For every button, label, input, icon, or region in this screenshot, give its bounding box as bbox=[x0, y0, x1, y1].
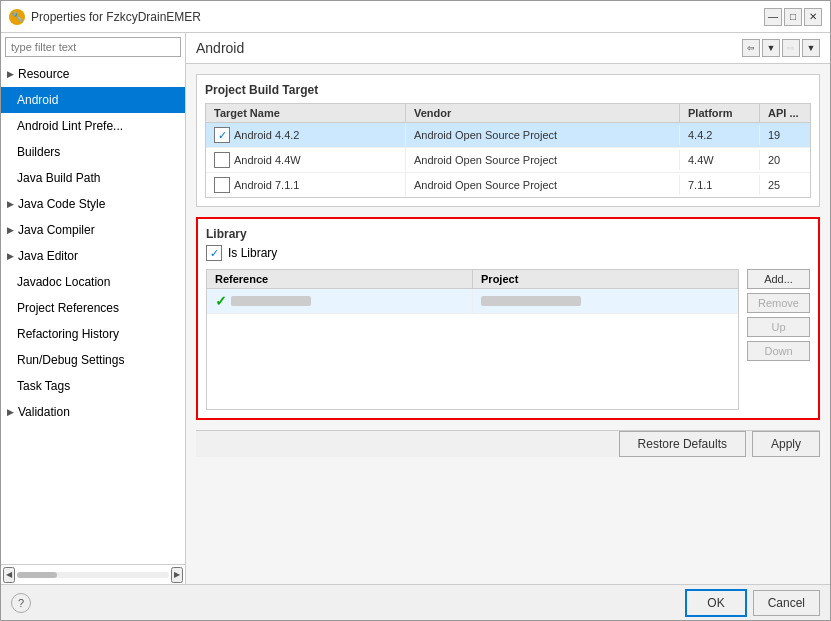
remove-button[interactable]: Remove bbox=[747, 293, 810, 313]
panel: Android ⇦ ▼ ⇨ ▼ Project Build Target Tar… bbox=[186, 33, 830, 584]
title-bar-left: 🔧 Properties for FzkcyDrainEMER bbox=[9, 9, 201, 25]
td-target-1: Android 4.4.2 bbox=[206, 123, 406, 147]
scroll-left-button[interactable]: ◀ bbox=[3, 567, 15, 583]
sidebar-item-refactoring-history[interactable]: Refactoring History bbox=[1, 321, 185, 347]
title-bar: 🔧 Properties for FzkcyDrainEMER — □ ✕ bbox=[1, 1, 830, 33]
bottom-right: OK Cancel bbox=[685, 589, 820, 617]
up-button[interactable]: Up bbox=[747, 317, 810, 337]
is-library-checkbox[interactable] bbox=[206, 245, 222, 261]
add-button[interactable]: Add... bbox=[747, 269, 810, 289]
td-vendor-2: Android Open Source Project bbox=[406, 150, 680, 170]
window-icon-text: 🔧 bbox=[11, 11, 23, 22]
sidebar-scroll-thumb bbox=[17, 572, 57, 578]
td-api-1: 19 bbox=[760, 125, 810, 145]
table-row[interactable]: Android 4.4W Android Open Source Project… bbox=[206, 148, 810, 173]
sidebar-item-task-tags[interactable]: Task Tags bbox=[1, 373, 185, 399]
sidebar-item-java-compiler[interactable]: ▶ Java Compiler bbox=[1, 217, 185, 243]
panel-nav: ⇦ ▼ ⇨ ▼ bbox=[742, 39, 820, 57]
sidebar-item-javadoc-location[interactable]: Javadoc Location bbox=[1, 269, 185, 295]
panel-body: Project Build Target Target Name Vendor … bbox=[186, 64, 830, 584]
table-row[interactable]: Android 7.1.1 Android Open Source Projec… bbox=[206, 173, 810, 197]
sidebar: ▶ Resource Android Android Lint Prefe...… bbox=[1, 33, 186, 584]
td-platform-3: 7.1.1 bbox=[680, 175, 760, 195]
filter-input[interactable] bbox=[5, 37, 181, 57]
sidebar-item-java-code-style[interactable]: ▶ Java Code Style bbox=[1, 191, 185, 217]
ref-table-body: ✓ bbox=[207, 289, 738, 409]
project-text-blurred bbox=[481, 296, 581, 306]
td-vendor-1: Android Open Source Project bbox=[406, 125, 680, 145]
panel-title: Android bbox=[196, 40, 244, 56]
scroll-right-button[interactable]: ▶ bbox=[171, 567, 183, 583]
main-window: 🔧 Properties for FzkcyDrainEMER — □ ✕ ▶ … bbox=[0, 0, 831, 621]
arrow-icon-5: ▶ bbox=[7, 402, 14, 422]
window-title: Properties for FzkcyDrainEMER bbox=[31, 10, 201, 24]
col-vendor: Vendor bbox=[406, 104, 680, 122]
panel-footer: Restore Defaults Apply bbox=[196, 430, 820, 457]
ref-buttons: Add... Remove Up Down bbox=[747, 269, 810, 410]
sidebar-item-java-build-path[interactable]: Java Build Path bbox=[1, 165, 185, 191]
sidebar-item-validation[interactable]: ▶ Validation bbox=[1, 399, 185, 425]
ok-button[interactable]: OK bbox=[685, 589, 746, 617]
ref-col-reference: Reference bbox=[207, 270, 473, 288]
build-target-title: Project Build Target bbox=[205, 83, 811, 97]
sidebar-item-builders[interactable]: Builders bbox=[1, 139, 185, 165]
nav-back-button[interactable]: ⇦ bbox=[742, 39, 760, 57]
arrow-icon-2: ▶ bbox=[7, 194, 14, 214]
sidebar-item-project-references[interactable]: Project References bbox=[1, 295, 185, 321]
cancel-button[interactable]: Cancel bbox=[753, 590, 820, 616]
main-content: ▶ Resource Android Android Lint Prefe...… bbox=[1, 33, 830, 584]
sidebar-item-java-editor[interactable]: ▶ Java Editor bbox=[1, 243, 185, 269]
ref-td-project bbox=[473, 292, 738, 310]
td-target-2: Android 4.4W bbox=[206, 148, 406, 172]
is-library-label: Is Library bbox=[228, 246, 277, 260]
close-button[interactable]: ✕ bbox=[804, 8, 822, 26]
col-platform: Platform bbox=[680, 104, 760, 122]
help-button[interactable]: ? bbox=[11, 593, 31, 613]
ref-table: Reference Project ✓ bbox=[206, 269, 739, 410]
td-target-3: Android 7.1.1 bbox=[206, 173, 406, 197]
sidebar-item-android-lint[interactable]: Android Lint Prefe... bbox=[1, 113, 185, 139]
restore-defaults-button[interactable]: Restore Defaults bbox=[619, 431, 746, 457]
td-api-2: 20 bbox=[760, 150, 810, 170]
is-library-row: Is Library bbox=[206, 245, 810, 261]
table-header: Target Name Vendor Platform API ... bbox=[206, 104, 810, 123]
apply-button[interactable]: Apply bbox=[752, 431, 820, 457]
ref-table-container: Reference Project ✓ bbox=[206, 269, 810, 410]
bottom-left: ? bbox=[11, 593, 31, 613]
nav-forward-dropdown-button[interactable]: ▼ bbox=[802, 39, 820, 57]
ref-row[interactable]: ✓ bbox=[207, 289, 738, 314]
col-api: API ... bbox=[760, 104, 810, 122]
checkbox-1[interactable] bbox=[214, 127, 230, 143]
td-api-3: 25 bbox=[760, 175, 810, 195]
window-icon: 🔧 bbox=[9, 9, 25, 25]
table-row[interactable]: Android 4.4.2 Android Open Source Projec… bbox=[206, 123, 810, 148]
td-platform-1: 4.4.2 bbox=[680, 125, 760, 145]
ref-table-header: Reference Project bbox=[207, 270, 738, 289]
sidebar-item-resource[interactable]: ▶ Resource bbox=[1, 61, 185, 87]
arrow-icon: ▶ bbox=[7, 64, 14, 84]
checkbox-3[interactable] bbox=[214, 177, 230, 193]
ref-text-blurred bbox=[231, 296, 311, 306]
sidebar-item-android[interactable]: Android bbox=[1, 87, 185, 113]
td-platform-2: 4.4W bbox=[680, 150, 760, 170]
col-target-name: Target Name bbox=[206, 104, 406, 122]
ref-td-reference: ✓ bbox=[207, 289, 473, 313]
title-buttons: — □ ✕ bbox=[764, 8, 822, 26]
build-target-table: Target Name Vendor Platform API ... Andr… bbox=[205, 103, 811, 198]
nav-forward-button[interactable]: ⇨ bbox=[782, 39, 800, 57]
library-section: Library Is Library Reference Project bbox=[196, 217, 820, 420]
minimize-button[interactable]: — bbox=[764, 8, 782, 26]
nav-dropdown-button[interactable]: ▼ bbox=[762, 39, 780, 57]
check-green-icon: ✓ bbox=[215, 293, 227, 309]
sidebar-scroll-bottom: ◀ ▶ bbox=[1, 564, 185, 584]
bottom-bar: ? OK Cancel bbox=[1, 584, 830, 620]
arrow-icon-4: ▶ bbox=[7, 246, 14, 266]
library-section-title: Library bbox=[206, 227, 810, 241]
sidebar-item-run-debug-settings[interactable]: Run/Debug Settings bbox=[1, 347, 185, 373]
ref-col-project: Project bbox=[473, 270, 738, 288]
arrow-icon-3: ▶ bbox=[7, 220, 14, 240]
sidebar-list: ▶ Resource Android Android Lint Prefe...… bbox=[1, 61, 185, 564]
down-button[interactable]: Down bbox=[747, 341, 810, 361]
maximize-button[interactable]: □ bbox=[784, 8, 802, 26]
checkbox-2[interactable] bbox=[214, 152, 230, 168]
